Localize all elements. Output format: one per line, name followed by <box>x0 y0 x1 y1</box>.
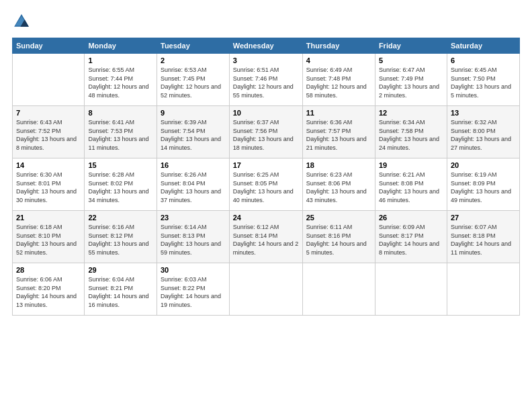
day-number: 5 <box>379 56 443 64</box>
day-info: Sunrise: 6:43 AMSunset: 7:52 PMDaylight:… <box>16 118 81 152</box>
weekday-header-cell: Monday <box>85 38 157 54</box>
day-info: Sunrise: 6:26 AMSunset: 8:04 PMDaylight:… <box>161 171 226 204</box>
day-number: 12 <box>379 109 443 117</box>
day-info: Sunrise: 6:03 AMSunset: 8:22 PMDaylight:… <box>161 275 226 309</box>
calendar-week-row: 28Sunrise: 6:06 AMSunset: 8:20 PMDayligh… <box>13 263 520 316</box>
day-number: 9 <box>161 109 226 117</box>
day-number: 1 <box>88 56 153 64</box>
day-info: Sunrise: 6:39 AMSunset: 7:54 PMDaylight:… <box>161 118 226 152</box>
day-info: Sunrise: 6:53 AMSunset: 7:45 PMDaylight:… <box>161 66 226 99</box>
logo <box>12 12 34 31</box>
day-info: Sunrise: 6:55 AMSunset: 7:44 PMDaylight:… <box>88 66 153 99</box>
day-info: Sunrise: 6:07 AMSunset: 8:18 PMDaylight:… <box>451 223 516 257</box>
weekday-header-cell: Saturday <box>447 38 519 54</box>
day-number: 15 <box>88 161 153 169</box>
day-info: Sunrise: 6:18 AMSunset: 8:10 PMDaylight:… <box>16 223 81 257</box>
calendar-day-cell: 22Sunrise: 6:16 AMSunset: 8:12 PMDayligh… <box>85 211 157 263</box>
day-info: Sunrise: 6:32 AMSunset: 8:00 PMDaylight:… <box>451 118 516 152</box>
calendar-day-cell: 16Sunrise: 6:26 AMSunset: 8:04 PMDayligh… <box>157 158 229 211</box>
day-number: 10 <box>233 109 299 117</box>
day-info: Sunrise: 6:12 AMSunset: 8:14 PMDaylight:… <box>233 223 299 257</box>
day-info: Sunrise: 6:04 AMSunset: 8:21 PMDaylight:… <box>88 275 153 309</box>
calendar-day-cell: 20Sunrise: 6:19 AMSunset: 8:09 PMDayligh… <box>447 158 519 211</box>
calendar-day-cell: 29Sunrise: 6:04 AMSunset: 8:21 PMDayligh… <box>85 263 157 316</box>
day-number: 6 <box>451 56 516 64</box>
calendar-week-row: 1Sunrise: 6:55 AMSunset: 7:44 PMDaylight… <box>13 54 520 106</box>
day-info: Sunrise: 6:11 AMSunset: 8:16 PMDaylight:… <box>306 223 371 257</box>
day-number: 8 <box>88 109 153 117</box>
calendar-day-cell: 1Sunrise: 6:55 AMSunset: 7:44 PMDaylight… <box>85 54 157 106</box>
day-number: 29 <box>88 266 153 274</box>
day-info: Sunrise: 6:30 AMSunset: 8:01 PMDaylight:… <box>16 171 81 204</box>
day-number: 21 <box>16 214 81 222</box>
calendar-table: SundayMondayTuesdayWednesdayThursdayFrid… <box>12 38 520 316</box>
calendar-day-cell <box>302 263 375 316</box>
day-number: 18 <box>306 161 371 169</box>
calendar-day-cell: 2Sunrise: 6:53 AMSunset: 7:45 PMDaylight… <box>157 54 229 106</box>
day-info: Sunrise: 6:49 AMSunset: 7:48 PMDaylight:… <box>306 66 371 99</box>
day-number: 4 <box>306 56 371 64</box>
day-number: 11 <box>306 109 371 117</box>
weekday-header-cell: Friday <box>375 38 447 54</box>
day-info: Sunrise: 6:47 AMSunset: 7:49 PMDaylight:… <box>379 66 443 99</box>
day-info: Sunrise: 6:51 AMSunset: 7:46 PMDaylight:… <box>233 66 299 99</box>
weekday-header-cell: Tuesday <box>157 38 229 54</box>
calendar-day-cell: 11Sunrise: 6:36 AMSunset: 7:57 PMDayligh… <box>302 106 375 158</box>
calendar-day-cell: 25Sunrise: 6:11 AMSunset: 8:16 PMDayligh… <box>302 211 375 263</box>
calendar-day-cell: 9Sunrise: 6:39 AMSunset: 7:54 PMDaylight… <box>157 106 229 158</box>
day-info: Sunrise: 6:16 AMSunset: 8:12 PMDaylight:… <box>88 223 153 257</box>
calendar-day-cell: 14Sunrise: 6:30 AMSunset: 8:01 PMDayligh… <box>13 158 85 211</box>
day-number: 19 <box>379 161 443 169</box>
day-number: 23 <box>161 214 226 222</box>
calendar-week-row: 7Sunrise: 6:43 AMSunset: 7:52 PMDaylight… <box>13 106 520 158</box>
calendar-day-cell: 7Sunrise: 6:43 AMSunset: 7:52 PMDaylight… <box>13 106 85 158</box>
day-number: 27 <box>451 214 516 222</box>
day-number: 26 <box>379 214 443 222</box>
day-number: 3 <box>233 56 299 64</box>
day-info: Sunrise: 6:28 AMSunset: 8:02 PMDaylight:… <box>88 171 153 204</box>
calendar-week-row: 14Sunrise: 6:30 AMSunset: 8:01 PMDayligh… <box>13 158 520 211</box>
calendar-day-cell: 26Sunrise: 6:09 AMSunset: 8:17 PMDayligh… <box>375 211 447 263</box>
calendar-day-cell: 19Sunrise: 6:21 AMSunset: 8:08 PMDayligh… <box>375 158 447 211</box>
weekday-header-cell: Thursday <box>302 38 375 54</box>
calendar-day-cell: 3Sunrise: 6:51 AMSunset: 7:46 PMDaylight… <box>229 54 302 106</box>
calendar-day-cell: 23Sunrise: 6:14 AMSunset: 8:13 PMDayligh… <box>157 211 229 263</box>
day-info: Sunrise: 6:21 AMSunset: 8:08 PMDaylight:… <box>379 171 443 204</box>
calendar-body: 1Sunrise: 6:55 AMSunset: 7:44 PMDaylight… <box>13 54 520 316</box>
day-info: Sunrise: 6:25 AMSunset: 8:05 PMDaylight:… <box>233 171 299 204</box>
day-number: 2 <box>161 56 226 64</box>
day-number: 14 <box>16 161 81 169</box>
page: SundayMondayTuesdayWednesdayThursdayFrid… <box>0 0 532 411</box>
day-info: Sunrise: 6:19 AMSunset: 8:09 PMDaylight:… <box>451 171 516 204</box>
day-number: 22 <box>88 214 153 222</box>
day-info: Sunrise: 6:37 AMSunset: 7:56 PMDaylight:… <box>233 118 299 152</box>
calendar-day-cell: 28Sunrise: 6:06 AMSunset: 8:20 PMDayligh… <box>13 263 85 316</box>
calendar-day-cell: 24Sunrise: 6:12 AMSunset: 8:14 PMDayligh… <box>229 211 302 263</box>
calendar-day-cell: 8Sunrise: 6:41 AMSunset: 7:53 PMDaylight… <box>85 106 157 158</box>
weekday-header-cell: Wednesday <box>229 38 302 54</box>
day-number: 24 <box>233 214 299 222</box>
day-number: 30 <box>161 266 226 274</box>
day-info: Sunrise: 6:41 AMSunset: 7:53 PMDaylight:… <box>88 118 153 152</box>
calendar-day-cell: 15Sunrise: 6:28 AMSunset: 8:02 PMDayligh… <box>85 158 157 211</box>
calendar-day-cell: 17Sunrise: 6:25 AMSunset: 8:05 PMDayligh… <box>229 158 302 211</box>
calendar-day-cell: 6Sunrise: 6:45 AMSunset: 7:50 PMDaylight… <box>447 54 519 106</box>
logo-icon <box>12 12 31 31</box>
calendar-day-cell: 12Sunrise: 6:34 AMSunset: 7:58 PMDayligh… <box>375 106 447 158</box>
calendar-day-cell: 4Sunrise: 6:49 AMSunset: 7:48 PMDaylight… <box>302 54 375 106</box>
calendar-day-cell <box>229 263 302 316</box>
calendar-day-cell: 13Sunrise: 6:32 AMSunset: 8:00 PMDayligh… <box>447 106 519 158</box>
day-number: 28 <box>16 266 81 274</box>
weekday-header-row: SundayMondayTuesdayWednesdayThursdayFrid… <box>13 38 520 54</box>
day-info: Sunrise: 6:34 AMSunset: 7:58 PMDaylight:… <box>379 118 443 152</box>
calendar-day-cell: 10Sunrise: 6:37 AMSunset: 7:56 PMDayligh… <box>229 106 302 158</box>
day-number: 16 <box>161 161 226 169</box>
weekday-header-cell: Sunday <box>13 38 85 54</box>
day-info: Sunrise: 6:06 AMSunset: 8:20 PMDaylight:… <box>16 275 81 309</box>
calendar-day-cell <box>13 54 85 106</box>
day-number: 17 <box>233 161 299 169</box>
header <box>12 12 520 31</box>
day-info: Sunrise: 6:09 AMSunset: 8:17 PMDaylight:… <box>379 223 443 257</box>
day-info: Sunrise: 6:45 AMSunset: 7:50 PMDaylight:… <box>451 66 516 99</box>
day-info: Sunrise: 6:23 AMSunset: 8:06 PMDaylight:… <box>306 171 371 204</box>
